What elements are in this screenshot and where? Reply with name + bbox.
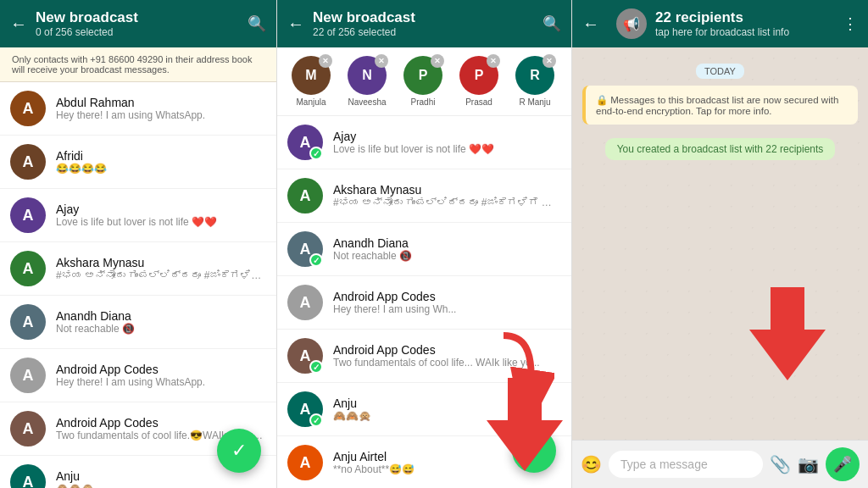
- contact-avatar: A: [10, 91, 46, 126]
- contact-status: #ಭಯ ಅನ್ನೋದು ಗುಂಪಲ್ಲಿದ್ದರೂ #ಜಿಂಕೆಗಳಿಗೆ ಹೋ…: [333, 197, 561, 208]
- contact-name: Anju: [333, 396, 561, 410]
- remove-avatar-btn[interactable]: ✕: [542, 54, 556, 68]
- middle-fab[interactable]: ✓: [512, 429, 556, 473]
- contact-status: 😂😂😂😂: [56, 163, 266, 175]
- contact-avatar: A: [10, 304, 46, 340]
- svg-marker-2: [749, 287, 826, 380]
- selected-avatar: P ✕: [403, 56, 442, 95]
- contact-avatar: A: [10, 411, 46, 446]
- middle-header-title: New broadcast: [313, 9, 542, 26]
- contact-status: 🙈🙈🙊: [333, 410, 561, 422]
- panel-middle: ← New broadcast 22 of 256 selected 🔍 M ✕…: [277, 0, 572, 488]
- contact-info: Anandh Diana Not reachable 📵: [56, 309, 266, 335]
- contact-info: Anju 🙈🙈🙊: [333, 396, 561, 422]
- chat-more-icon[interactable]: ⋮: [843, 14, 858, 33]
- selected-avatar-name: Naveesha: [348, 97, 386, 107]
- left-header-title: New broadcast: [36, 9, 248, 26]
- red-arrow-right: [749, 287, 826, 380]
- contact-avatar: A ✓: [287, 338, 323, 374]
- contact-item[interactable]: A Ajay Love is life but lover is not lif…: [0, 189, 276, 242]
- contact-item[interactable]: A ✓ Ajay Love is life but lover is not l…: [277, 116, 571, 169]
- contact-info: Ajay Love is life but lover is not life …: [333, 130, 561, 155]
- selected-check: ✓: [309, 253, 323, 267]
- chat-system-wrap: You created a broadcast list with 22 rec…: [582, 131, 858, 167]
- middle-back-button[interactable]: ←: [287, 14, 304, 34]
- selected-avatar-wrap[interactable]: R ✕ R Manju: [511, 56, 559, 107]
- chat-back-button[interactable]: ←: [582, 14, 599, 34]
- contact-item[interactable]: A Android App Codes Hey there! I am usin…: [0, 349, 276, 402]
- contact-status: Hey there! I am using WhatsApp.: [56, 109, 266, 121]
- middle-contact-list: A ✓ Ajay Love is life but lover is not l…: [277, 116, 571, 488]
- selected-avatar-name: Prasad: [465, 97, 492, 107]
- selected-contacts-row: M ✕ Manjula N ✕ Naveesha P ✕ Pradhi P ✕ …: [277, 47, 571, 116]
- contact-item[interactable]: A ✓ Android App Codes Two fundamentals o…: [277, 330, 571, 383]
- contact-info: Akshara Mynasu #ಭಯ ಅನ್ನೋದು ಗುಂಪಲ್ಲಿದ್ದರೂ…: [56, 256, 266, 281]
- contact-item[interactable]: A ✓ Anandh Diana Not reachable 📵: [277, 223, 571, 276]
- contact-avatar: A: [10, 197, 46, 233]
- left-fab[interactable]: ✓: [217, 429, 261, 473]
- selected-check: ✓: [309, 147, 323, 160]
- selected-avatar: P ✕: [459, 56, 498, 95]
- remove-avatar-btn[interactable]: ✕: [487, 54, 500, 68]
- middle-search-icon[interactable]: 🔍: [542, 14, 561, 33]
- contact-info: Anandh Diana Not reachable 📵: [333, 236, 561, 262]
- chat-info-bubble[interactable]: 🔒 Messages to this broadcast list are no…: [582, 86, 858, 125]
- panel-left: ← New broadcast 0 of 256 selected 🔍 Only…: [0, 0, 277, 488]
- contact-item[interactable]: A Afridi 😂😂😂😂: [0, 136, 276, 189]
- selected-avatar-name: Pradhi: [411, 97, 436, 107]
- contact-avatar: A ✓: [287, 125, 323, 160]
- contact-info: Android App Codes Hey there! I am using …: [56, 363, 266, 388]
- contact-item[interactable]: A Akshara Mynasu #ಭಯ ಅನ್ನೋದು ಗುಂಪಲ್ಲಿದ್ದ…: [277, 169, 571, 223]
- contact-name: Ajay: [333, 130, 561, 143]
- contact-info: Ajay Love is life but lover is not life …: [56, 202, 266, 228]
- chat-footer: 😊 Type a message 📎 📷 🎤: [572, 440, 868, 488]
- message-input[interactable]: Type a message: [609, 451, 763, 478]
- selected-avatar-wrap[interactable]: P ✕ Prasad: [455, 56, 503, 107]
- selected-avatar-wrap[interactable]: N ✕ Naveesha: [343, 56, 391, 107]
- chat-title: 22 recipients: [655, 9, 843, 26]
- contact-avatar: A: [10, 251, 46, 286]
- contact-name: Android App Codes: [56, 363, 266, 376]
- contact-name: Android App Codes: [333, 290, 561, 303]
- selected-avatar: R ✕: [515, 56, 554, 95]
- left-header-icons: 🔍: [248, 14, 266, 33]
- left-header: ← New broadcast 0 of 256 selected 🔍: [0, 0, 276, 47]
- selected-check: ✓: [309, 413, 323, 427]
- chat-header-title-block[interactable]: 22 recipients tap here for broadcast lis…: [655, 9, 843, 38]
- panel-right: ← 📢 22 recipients tap here for broadcast…: [572, 0, 868, 488]
- remove-avatar-btn[interactable]: ✕: [319, 54, 332, 68]
- broadcast-avatar: 📢: [616, 8, 647, 39]
- contact-status: Love is life but lover is not life ❤️❤️: [56, 216, 266, 228]
- contact-item[interactable]: A Akshara Mynasu #ಭಯ ಅನ್ನೋದು ಗುಂಪಲ್ಲಿದ್ದ…: [0, 242, 276, 296]
- contact-status: Not reachable 📵: [333, 250, 561, 262]
- contact-item[interactable]: A Anandh Diana Not reachable 📵: [0, 296, 276, 349]
- contact-item[interactable]: A ✓ Anju 🙈🙈🙊: [277, 383, 571, 436]
- contact-item[interactable]: A Android App Codes Hey there! I am usin…: [277, 276, 571, 330]
- middle-header: ← New broadcast 22 of 256 selected 🔍: [277, 0, 571, 47]
- left-back-button[interactable]: ←: [10, 14, 27, 34]
- contact-status: #ಭಯ ಅನ್ನೋದು ಗುಂಪಲ್ಲಿದ್ದರೂ #ಜಿಂಕೆಗಳಿಗೆ ಹೋ…: [56, 269, 266, 281]
- contact-status: Hey there! I am using Wh...: [333, 303, 561, 315]
- contact-status: 🙈🙈🙊: [56, 483, 266, 488]
- emoji-icon[interactable]: 😊: [581, 454, 602, 474]
- contact-status: Not reachable 📵: [56, 323, 266, 335]
- contact-info: Abdul Rahman Hey there! I am using Whats…: [56, 96, 266, 121]
- contact-name: Akshara Mynasu: [56, 256, 266, 269]
- remove-avatar-btn[interactable]: ✕: [375, 54, 388, 68]
- camera-icon[interactable]: 📷: [798, 454, 819, 474]
- contact-avatar: A: [287, 285, 323, 320]
- attachment-icon[interactable]: 📎: [770, 454, 791, 474]
- left-search-icon[interactable]: 🔍: [248, 14, 266, 33]
- selected-check: ✓: [309, 360, 323, 374]
- contact-item[interactable]: A Abdul Rahman Hey there! I am using Wha…: [0, 82, 276, 136]
- contact-name: Android App Codes: [56, 416, 266, 430]
- selected-avatar-wrap[interactable]: P ✕ Pradhi: [399, 56, 447, 107]
- selected-avatar-wrap[interactable]: M ✕ Manjula: [287, 56, 335, 107]
- contact-avatar: A: [287, 178, 323, 214]
- contact-name: Anandh Diana: [333, 236, 561, 250]
- middle-header-subtitle: 22 of 256 selected: [313, 26, 542, 38]
- mic-button[interactable]: 🎤: [826, 447, 860, 481]
- contact-info: Android App Codes Hey there! I am using …: [333, 290, 561, 315]
- remove-avatar-btn[interactable]: ✕: [431, 54, 444, 68]
- chat-date-label: TODAY: [582, 63, 858, 79]
